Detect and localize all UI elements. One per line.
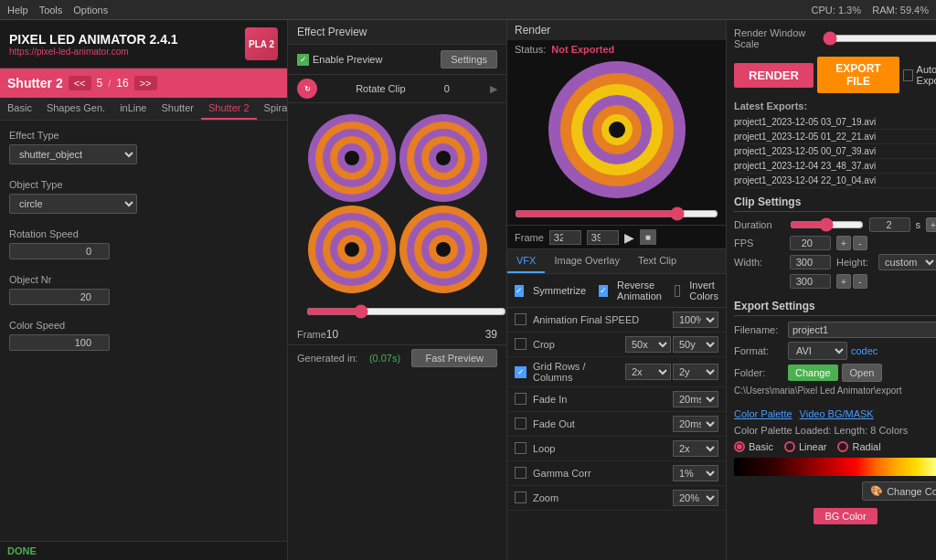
radial-radio[interactable]: Radial — [837, 441, 880, 452]
zoom-checkbox[interactable] — [515, 491, 526, 503]
change-folder-button[interactable]: Change — [788, 365, 838, 381]
render-button[interactable]: RENDER — [734, 63, 814, 88]
auto-export-label[interactable]: Auto Export — [903, 64, 936, 86]
menu-options[interactable]: Options — [73, 5, 108, 16]
height-label: Height: — [836, 257, 873, 268]
change-color-button[interactable]: 🎨 Change Color — [862, 481, 936, 501]
fadeout-select[interactable]: 20ms — [673, 416, 718, 432]
codec-link[interactable]: codec — [851, 345, 878, 356]
tab-shapes[interactable]: Shapes Gen. — [39, 98, 112, 120]
duration-input[interactable] — [869, 217, 910, 232]
color-speed-label: Color Speed — [9, 320, 278, 331]
export-settings: Export Settings Filename: Format: AVI co… — [734, 300, 936, 401]
vfx-tab-vfx[interactable]: VFX — [507, 249, 545, 273]
fast-preview-button[interactable]: Fast Preview — [411, 349, 497, 367]
middle-panel: Effect Preview ✓ Enable Preview Settings… — [288, 20, 507, 560]
export-item-3[interactable]: project1_2023-12-04 23_48_37.avi — [734, 159, 936, 174]
enable-preview-checkbox[interactable]: ✓ — [297, 54, 309, 66]
preview-controls: ✓ Enable Preview Settings — [288, 45, 506, 75]
grid-x-select[interactable]: 2x — [625, 364, 671, 380]
main-layout: PIXEL LED ANIMATOR 2.4.1 https://pixel-l… — [0, 20, 936, 560]
symmetrize-checkbox[interactable]: ✓ — [515, 285, 524, 297]
bg-color-button[interactable]: BG Color — [814, 508, 877, 524]
fps-minus[interactable]: - — [853, 236, 867, 250]
reverse-animation-checkbox[interactable]: ✓ — [599, 285, 608, 297]
object-nr-group: Object Nr — [9, 274, 278, 305]
gamma-select[interactable]: 1% — [673, 465, 718, 481]
render-buttons: RENDER EXPORT FILE Auto Export — [734, 57, 936, 93]
vfx-tab-text[interactable]: Text Clip — [629, 249, 686, 273]
export-item-4[interactable]: project1_2023-12-04 22_10_04.avi — [734, 174, 936, 188]
export-item-0[interactable]: project1_2023-12-05 03_07_19.avi — [734, 115, 936, 130]
export-item-1[interactable]: project1_2023-12-05 01_22_21.avi — [734, 130, 936, 144]
fps-plus[interactable]: + — [836, 236, 851, 250]
invert-colors-checkbox[interactable] — [675, 285, 680, 297]
tab-shutter2[interactable]: Shutter 2 — [201, 98, 257, 120]
size-minus[interactable]: - — [853, 274, 867, 289]
grid-checkbox[interactable]: ✓ — [515, 366, 526, 378]
next-button[interactable]: >> — [134, 76, 157, 90]
tab-basic[interactable]: Basic — [0, 98, 39, 120]
tab-spiral[interactable]: Spiral — [257, 98, 287, 120]
tab-shutter[interactable]: Shutter — [154, 98, 200, 120]
settings-button[interactable]: Settings — [441, 50, 497, 69]
effect-type-select[interactable]: shutter_object — [9, 144, 137, 164]
size-plus[interactable]: + — [836, 274, 851, 289]
filename-input[interactable] — [788, 322, 936, 338]
loop-select[interactable]: 2x — [673, 440, 718, 457]
object-type-select[interactable]: circle — [9, 194, 137, 214]
linear-radio[interactable]: Linear — [784, 441, 827, 452]
grid-y-select[interactable]: 2y — [673, 364, 718, 380]
enable-preview-label[interactable]: ✓ Enable Preview — [297, 54, 382, 66]
folder-label: Folder: — [734, 367, 784, 378]
width-input[interactable] — [790, 255, 831, 269]
fadein-checkbox[interactable] — [515, 393, 526, 405]
speed-select[interactable]: 100% — [673, 312, 718, 328]
render-frame-end-input[interactable] — [587, 230, 619, 245]
app-info: PIXEL LED ANIMATOR 2.4.1 https://pixel-l… — [9, 32, 178, 57]
render-preview-svg — [507, 58, 726, 200]
left-content: Effect Type shutter_object Object Type c… — [0, 121, 287, 541]
clip-settings-label: Clip Settings — [734, 195, 936, 212]
height-input[interactable] — [790, 274, 831, 289]
tab-inline[interactable]: inLine — [112, 98, 154, 120]
app-url[interactable]: https://pixel-led-animator.com — [9, 47, 178, 57]
duration-plus[interactable]: + — [926, 217, 936, 232]
export-file-button[interactable]: EXPORT FILE — [817, 57, 899, 93]
basic-radio[interactable]: Basic — [734, 441, 773, 452]
frame-row: Frame 10 39 — [288, 324, 506, 344]
object-nr-input[interactable] — [9, 289, 110, 305]
render-slider[interactable] — [515, 206, 718, 221]
color-speed-input[interactable] — [9, 334, 110, 351]
play-button[interactable]: ▶ — [624, 230, 634, 245]
crop-x-select[interactable]: 50x — [625, 336, 671, 353]
size-preset-select[interactable]: custom — [878, 254, 936, 270]
menu-help[interactable]: Help — [7, 5, 28, 16]
color-palette-tab[interactable]: Color Palette — [734, 408, 792, 419]
format-select[interactable]: AVI — [788, 342, 847, 360]
loop-checkbox[interactable] — [515, 442, 526, 454]
crop-y-select[interactable]: 50y — [673, 336, 718, 353]
rotation-speed-input[interactable] — [9, 243, 110, 259]
vfx-tab-image[interactable]: Image Overlay — [545, 249, 629, 273]
scale-slider[interactable] — [823, 31, 936, 46]
zoom-select[interactable]: 20% — [673, 490, 718, 506]
open-folder-button[interactable]: Open — [842, 364, 883, 382]
fadein-select[interactable]: 20ms — [673, 391, 718, 407]
menu-tools[interactable]: Tools — [39, 5, 63, 16]
frame-slider[interactable] — [306, 304, 506, 319]
render-frame-input[interactable] — [549, 230, 581, 245]
fps-input[interactable] — [790, 236, 831, 250]
fadeout-checkbox[interactable] — [515, 417, 526, 429]
palette-icon: 🎨 — [870, 485, 883, 497]
auto-export-checkbox[interactable] — [903, 69, 913, 81]
export-item-2[interactable]: project1_2023-12-05 00_07_39.avi — [734, 144, 936, 159]
speed-checkbox[interactable] — [515, 313, 526, 325]
prev-button[interactable]: << — [69, 76, 91, 90]
stop-button[interactable]: ■ — [640, 229, 656, 245]
duration-slider[interactable] — [790, 217, 864, 232]
grid-label: Grid Rows / Columns — [533, 361, 625, 383]
video-bg-mask-tab[interactable]: Video BG/MASK — [800, 408, 874, 419]
crop-checkbox[interactable] — [515, 338, 526, 350]
gamma-checkbox[interactable] — [515, 467, 526, 479]
